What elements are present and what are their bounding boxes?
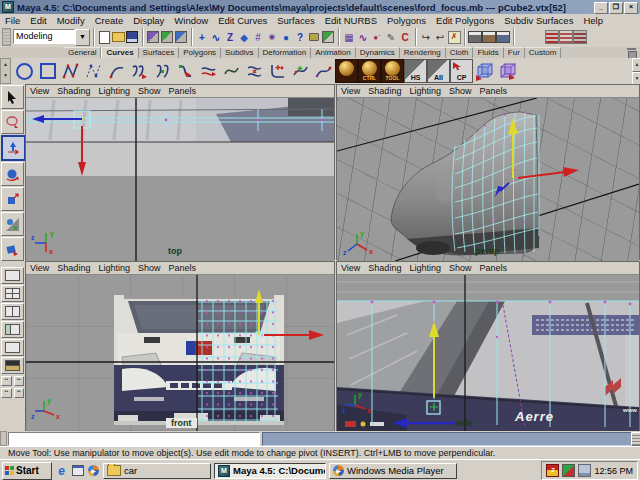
menu-edit-curves[interactable]: Edit Curves [213, 15, 272, 26]
shelf-tab-fur[interactable]: Fur [504, 47, 525, 58]
select-component-icon[interactable] [174, 30, 188, 45]
show-channel-box-icon[interactable] [573, 30, 587, 45]
layout-two-pane-side-button[interactable] [1, 303, 24, 320]
shelf-tab-cloth[interactable]: Cloth [446, 47, 474, 58]
menu-polygons[interactable]: Polygons [382, 15, 431, 26]
show-tool-settings-icon[interactable] [559, 30, 573, 45]
trash-icon[interactable] [627, 48, 636, 57]
object-live-icon[interactable]: ● [279, 30, 293, 45]
shelf-tab-subdivs[interactable]: Subdivs [221, 47, 258, 58]
save-scene-icon[interactable] [125, 30, 139, 45]
vp-menu-shading[interactable]: Shading [53, 263, 94, 273]
layout-shortcut-button[interactable]: •• [1, 376, 12, 386]
ipr-render-icon[interactable] [482, 30, 496, 45]
tray-icon[interactable] [562, 464, 575, 477]
time-slider[interactable] [8, 432, 260, 446]
internet-explorer-icon[interactable]: e [55, 464, 68, 477]
arc-tool-icon[interactable] [105, 60, 128, 83]
scale-tool-button[interactable] [1, 187, 24, 211]
poly-cube-smooth-icon[interactable] [496, 60, 519, 83]
layout-single-pane-button[interactable] [1, 267, 24, 284]
cp-shelf-button[interactable]: CP [450, 60, 473, 83]
chevron-down-icon[interactable]: ▼ [75, 29, 90, 46]
extend-curve-icon[interactable] [312, 60, 335, 83]
vp-menu-lighting[interactable]: Lighting [94, 86, 134, 96]
vp-menu-show[interactable]: Show [134, 263, 165, 273]
menu-edit-nurbs[interactable]: Edit NURBS [320, 15, 382, 26]
no-history-icon[interactable]: ✗ [447, 30, 461, 45]
menu-file[interactable]: File [0, 15, 25, 26]
viewport-canvas-persp[interactable]: y z x persp [337, 98, 639, 261]
render-globals-icon[interactable] [496, 30, 510, 45]
open-scene-icon[interactable] [111, 30, 125, 45]
vp-menu-shading[interactable]: Shading [364, 86, 405, 96]
attach-curves-icon[interactable] [128, 60, 151, 83]
rotate-tool-button[interactable] [1, 162, 24, 186]
exit-edit-mode-icon[interactable]: ↩ [433, 30, 447, 45]
open-close-curves-icon[interactable] [197, 60, 220, 83]
shelf-tab-general[interactable]: General [64, 47, 101, 58]
snap-plane-icon[interactable]: ◆ [237, 30, 251, 45]
shelf-tab-polygons[interactable]: Polygons [179, 47, 221, 58]
enter-edit-mode-icon[interactable]: ↪ [419, 30, 433, 45]
vp-menu-shading[interactable]: Shading [53, 86, 94, 96]
magnet-icon[interactable]: C [398, 30, 412, 45]
taskbar-button-car[interactable]: car [103, 463, 211, 479]
all-shelf-button[interactable]: All [427, 60, 450, 83]
cut-curve-icon[interactable] [220, 60, 243, 83]
status-line-separator[interactable] [140, 28, 145, 46]
vp-menu-panels[interactable]: Panels [475, 263, 511, 273]
status-line-separator[interactable] [189, 28, 194, 46]
menu-display[interactable]: Display [128, 15, 169, 26]
taskbar-button-wmp[interactable]: ▶ Windows Media Player [329, 463, 457, 479]
layout-shortcut-button[interactable]: •• [14, 376, 25, 386]
align-curves-icon[interactable] [174, 60, 197, 83]
render-current-frame-icon[interactable] [468, 30, 482, 45]
make-live-icon[interactable]: # [251, 30, 265, 45]
shelf-tab-fluids[interactable]: Fluids [473, 47, 503, 58]
menu-edit-polygons[interactable]: Edit Polygons [431, 15, 499, 26]
last-tool-button[interactable] [1, 237, 24, 261]
range-slider[interactable] [262, 432, 632, 446]
tool-knob-icon[interactable]: TOOL [381, 60, 404, 83]
shelf-tab-rendering[interactable]: Rendering [400, 47, 446, 58]
vp-menu-shading[interactable]: Shading [364, 263, 405, 273]
menu-help[interactable]: Help [578, 15, 608, 26]
viewport-canvas-front[interactable]: y z x front [26, 275, 334, 431]
vp-menu-view[interactable]: View [26, 86, 53, 96]
menu-edit[interactable]: Edit [25, 15, 51, 26]
shelf-tab-surfaces[interactable]: Surfaces [139, 47, 180, 58]
quick-help-icon[interactable]: ? [293, 30, 307, 45]
intersect-curves-icon[interactable] [243, 60, 266, 83]
shelf-tab-curves[interactable]: Curves [101, 47, 138, 58]
minimize-button[interactable]: _ [594, 2, 608, 14]
start-button[interactable]: Start [2, 462, 52, 480]
select-hierarchy-icon[interactable] [146, 30, 160, 45]
ep-curve-tool-icon[interactable] [82, 60, 105, 83]
nurbs-square-icon[interactable] [36, 60, 59, 83]
gold-sphere-icon[interactable] [335, 60, 358, 83]
nurbs-circle-icon[interactable] [13, 60, 36, 83]
vp-menu-view[interactable]: View [26, 263, 53, 273]
tray-icon[interactable]: Z [546, 464, 559, 477]
shelf-scroll-up-icon[interactable]: ▲ [632, 58, 640, 72]
snap-curve-icon[interactable]: ∿ [209, 30, 223, 45]
universal-manipulator-tool-button[interactable] [1, 212, 24, 236]
vp-menu-lighting[interactable]: Lighting [405, 86, 445, 96]
vp-menu-view[interactable]: View [337, 263, 364, 273]
menu-modify[interactable]: Modify [52, 15, 90, 26]
history-toggle-icon[interactable]: ∿ [356, 30, 370, 45]
hs-shelf-button[interactable]: HS [404, 60, 427, 83]
poly-cube-wire-icon[interactable] [473, 60, 496, 83]
layout-shortcut-button[interactable]: •• [14, 388, 25, 398]
select-tool-button[interactable] [1, 85, 24, 109]
pencil-icon[interactable]: ✎ [384, 30, 398, 45]
vp-menu-show[interactable]: Show [445, 263, 476, 273]
viewport-canvas-side[interactable]: Aerre www y z x side [337, 275, 639, 431]
animation-preferences-icon[interactable] [631, 432, 640, 446]
construction-history-icon[interactable]: ▦ [342, 30, 356, 45]
menu-create[interactable]: Create [90, 15, 129, 26]
snap-point-icon[interactable]: Z [223, 30, 237, 45]
close-button[interactable]: × [624, 2, 638, 14]
snap-grid-icon[interactable]: + [195, 30, 209, 45]
